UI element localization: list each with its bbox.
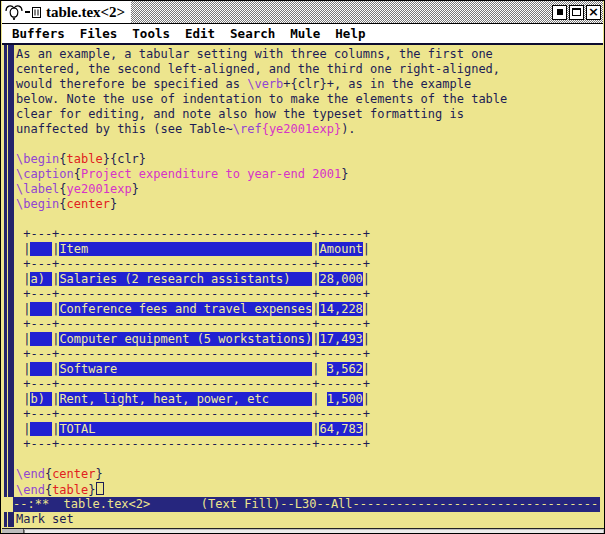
buffer-line: \begin{table}{clr} bbox=[16, 152, 603, 167]
vertical-scrollbar-thumb[interactable] bbox=[4, 45, 14, 497]
buffer-line bbox=[16, 452, 603, 467]
buffer-line: \label{ye2001exp} bbox=[16, 182, 603, 197]
minibuffer-scrollbar-thumb[interactable] bbox=[4, 512, 14, 527]
buffer-line: | |Conference fees and travel expenses|1… bbox=[16, 302, 603, 317]
buffer-line: +---+-----------------------------------… bbox=[16, 377, 603, 392]
buffer-content[interactable]: As an example, a tabular setting with th… bbox=[16, 47, 603, 497]
buffer-line: below. Note the use of indentation to ma… bbox=[16, 92, 603, 107]
horizontal-scrollbar bbox=[2, 528, 605, 534]
minibuffer[interactable]: Mark set bbox=[2, 512, 605, 528]
mode-line: --:** table.tex<2> (Text Fill)--L30--All… bbox=[13, 497, 600, 512]
minibuffer-message: Mark set bbox=[16, 512, 74, 527]
maximize-icon bbox=[572, 8, 581, 16]
buffer-line: \end{center} bbox=[16, 467, 603, 482]
buffer-line: +---+-----------------------------------… bbox=[16, 227, 603, 242]
title-bar: table.tex<2> × bbox=[2, 1, 603, 24]
buffer-line: +---+-----------------------------------… bbox=[16, 287, 603, 302]
horizontal-scrollbar-track[interactable] bbox=[24, 530, 603, 534]
buffer-line: +---+-----------------------------------… bbox=[16, 317, 603, 332]
text-cursor bbox=[96, 482, 104, 495]
buffer-line: +---+-----------------------------------… bbox=[16, 437, 603, 452]
maximize-button[interactable] bbox=[569, 5, 584, 20]
menu-item-help[interactable]: Help bbox=[335, 26, 365, 41]
buffer-line bbox=[16, 137, 603, 152]
close-icon: × bbox=[588, 5, 599, 18]
buffer-line: +---+-----------------------------------… bbox=[16, 407, 603, 422]
vertical-scrollbar[interactable] bbox=[2, 45, 15, 497]
buffer-line: \end{table} bbox=[16, 482, 603, 497]
emacs-window: table.tex<2> × BuffersFilesToolsEditSear… bbox=[0, 0, 605, 534]
buffer-line: clear for editing, and note also how the… bbox=[16, 107, 603, 122]
buffer-line: +---+-----------------------------------… bbox=[16, 347, 603, 362]
buffer-line: |b) |Rent, light, heat, power, etc | 1,5… bbox=[16, 392, 603, 407]
minimize-button[interactable] bbox=[552, 5, 567, 20]
minimize-icon bbox=[557, 9, 563, 15]
buffer-line: | |TOTAL |64,783| bbox=[16, 422, 603, 437]
menu-item-search[interactable]: Search bbox=[230, 26, 275, 41]
menu-item-files[interactable]: Files bbox=[80, 26, 118, 41]
titlebar-left: table.tex<2> bbox=[2, 1, 131, 23]
close-button[interactable]: × bbox=[586, 5, 601, 20]
buffer-line: | |Item |Amount| bbox=[16, 242, 603, 257]
menu-item-mule[interactable]: Mule bbox=[290, 26, 320, 41]
window-buttons: × bbox=[552, 5, 601, 20]
buffer-line: | |Computer equipment (5 workstations)|1… bbox=[16, 332, 603, 347]
buffer-line: +---+-----------------------------------… bbox=[16, 257, 603, 272]
menu-bar: BuffersFilesToolsEditSearchMuleHelp bbox=[2, 24, 603, 45]
gnu-icon[interactable] bbox=[5, 3, 42, 21]
menu-item-edit[interactable]: Edit bbox=[185, 26, 215, 41]
buffer-line: \caption{Project expenditure to year-end… bbox=[16, 167, 603, 182]
buffer-line: | |Software | 3,562| bbox=[16, 362, 603, 377]
buffer-line: unaffected by this (see Table~\ref{ye200… bbox=[16, 122, 603, 137]
buffer-line: \begin{center} bbox=[16, 197, 603, 212]
menu-item-tools[interactable]: Tools bbox=[132, 26, 170, 41]
text-area: As an example, a tabular setting with th… bbox=[2, 45, 605, 497]
buffer-line: As an example, a tabular setting with th… bbox=[16, 47, 603, 62]
buffer-line: would therefore be specified as \verb+{c… bbox=[16, 77, 603, 92]
buffer-line: centered, the second left-aligned, and t… bbox=[16, 62, 603, 77]
menu-item-buffers[interactable]: Buffers bbox=[12, 26, 65, 41]
buffer-line: |a) |Salaries (2 research assistants) |2… bbox=[16, 272, 603, 287]
horizontal-scrollbar-corner bbox=[2, 529, 24, 534]
buffer-line bbox=[16, 212, 603, 227]
window-title: table.tex<2> bbox=[42, 4, 125, 21]
titlebar-stipple: × bbox=[131, 1, 603, 23]
